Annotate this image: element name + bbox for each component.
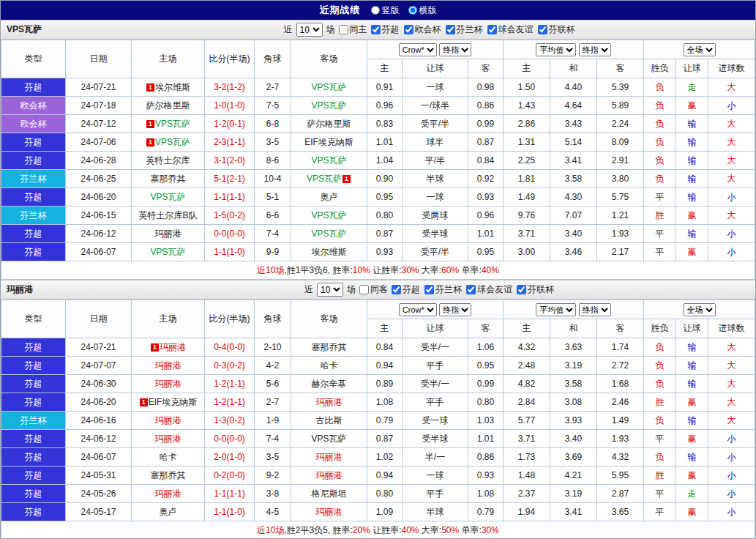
venue-checkbox[interactable] <box>359 285 369 294</box>
competition-checkbox[interactable] <box>538 25 547 34</box>
away-team-cell[interactable]: 玛丽港 <box>291 466 367 485</box>
home-team-cell[interactable]: 哈卡 <box>132 448 205 466</box>
away-team-cell[interactable]: 玛丽港 <box>291 503 367 521</box>
odds-stage-select[interactable]: 终指 <box>439 43 471 56</box>
home-team-cell[interactable]: 1VPS瓦萨 <box>132 133 205 152</box>
home-team-cell[interactable]: VPS瓦萨 <box>132 243 205 261</box>
competition-filter[interactable]: 芬超 <box>392 283 420 296</box>
match-row[interactable]: 芬超 24-06-07 VPS瓦萨 1-1(1-0) 9-9 埃尔维斯 0.93… <box>1 243 755 261</box>
match-row[interactable]: 芬超 24-07-07 玛丽港 0-3(0-2) 4-2 哈卡 0.94 平手 … <box>1 357 755 375</box>
competition-checkbox[interactable] <box>371 25 381 34</box>
home-team-cell[interactable]: 1埃尔维斯 <box>132 78 205 97</box>
away-team-cell[interactable]: 哈卡 <box>291 357 367 375</box>
away-team-cell[interactable]: 塞那乔其 <box>291 338 367 357</box>
match-row[interactable]: 芬超 24-05-17 奥卢 1-1(1-0) 4-5 玛丽港 1.09 半球 … <box>1 503 755 521</box>
home-team-cell[interactable]: 1EIF埃克纳斯 <box>132 393 205 412</box>
competition-filter[interactable]: 芬兰杯 <box>446 23 483 36</box>
home-team-cell[interactable]: 塞那乔其 <box>132 466 205 485</box>
away-team-cell[interactable]: VPS瓦萨 <box>291 207 367 225</box>
competition-checkbox[interactable] <box>446 25 455 34</box>
bookmaker-select[interactable]: Crow* <box>399 43 437 56</box>
match-row[interactable]: 芬超 24-05-26 玛丽港 1-1(1-1) 3-8 格尼斯坦 0.80 平… <box>1 485 755 503</box>
home-team-cell[interactable]: 玛丽港 <box>132 485 205 503</box>
avg-stage-select[interactable]: 终指 <box>579 303 611 316</box>
away-team-cell[interactable]: 奥卢 <box>291 188 367 207</box>
away-team-cell[interactable]: VPS瓦萨 <box>291 78 367 97</box>
competition-filter[interactable]: 球会友谊 <box>487 23 534 36</box>
match-row[interactable]: 欧会杯 24-07-12 1VPS瓦萨 1-2(0-1) 6-8 萨尔格里斯 0… <box>1 115 755 133</box>
match-row[interactable]: 芬超 24-06-12 玛丽港 0-0(0-0) 7-4 VPS瓦萨 0.87 … <box>1 225 755 243</box>
competition-checkbox[interactable] <box>466 285 476 294</box>
match-row[interactable]: 芬超 24-06-20 VPS瓦萨 1-1(1-1) 5-1 奥卢 0.95 一… <box>1 188 755 207</box>
venue-checkbox[interactable] <box>339 25 348 34</box>
competition-filter[interactable]: 球会友谊 <box>466 283 512 296</box>
match-row[interactable]: 芬超 24-06-12 玛丽港 0-0(0-0) 7-4 VPS瓦萨 0.87 … <box>1 430 755 448</box>
match-row[interactable]: 芬超 24-06-07 哈卡 2-0(1-0) 3-5 玛丽港 1.02 半/一… <box>1 448 755 466</box>
competition-filter[interactable]: 欧会杯 <box>404 23 441 36</box>
match-row[interactable]: 芬超 24-07-21 1玛丽港 0-4(0-0) 2-10 塞那乔其 0.84… <box>1 338 755 357</box>
home-team-cell[interactable]: 英特土尔库B队 <box>132 207 205 225</box>
home-team-cell[interactable]: 玛丽港 <box>132 375 205 393</box>
match-row[interactable]: 芬兰杯 24-06-15 英特土尔库B队 1-5(0-2) 6-6 VPS瓦萨 … <box>1 207 755 225</box>
home-team-cell[interactable]: 玛丽港 <box>132 225 205 243</box>
competition-checkbox[interactable] <box>517 285 526 294</box>
odds-stage-select[interactable]: 终指 <box>439 303 471 316</box>
away-team-cell[interactable]: 萨尔格里斯 <box>291 115 367 133</box>
match-row[interactable]: 芬超 24-06-30 玛丽港 1-2(1-1) 5-6 赫尔辛基 0.89 受… <box>1 375 755 393</box>
average-select[interactable]: 平均值 <box>536 303 576 316</box>
away-team-cell[interactable]: 玛丽港 <box>291 448 367 466</box>
match-row[interactable]: 芬超 24-06-28 英特土尔库 3-1(2-0) 8-6 VPS瓦萨 1.0… <box>1 152 755 170</box>
view-option[interactable]: 竖版 <box>371 4 400 17</box>
match-row[interactable]: 欧会杯 24-07-18 萨尔格里斯 1-0(1-0) 7-5 VPS瓦萨 0.… <box>1 97 755 115</box>
competition-checkbox[interactable] <box>424 285 434 294</box>
home-team-cell[interactable]: 奥卢 <box>132 503 205 521</box>
view-radio[interactable] <box>408 6 417 15</box>
away-team-cell[interactable]: VPS瓦萨 <box>291 430 367 448</box>
home-team-cell[interactable]: 1玛丽港 <box>132 338 205 357</box>
competition-filter[interactable]: 芬兰杯 <box>424 283 462 296</box>
focus-team-name: 玛丽港 <box>316 507 343 517</box>
match-row[interactable]: 芬兰杯 24-06-16 玛丽港 1-3(0-2) 1-9 古比斯 0.79 受… <box>1 412 755 430</box>
match-row[interactable]: 芬兰杯 24-06-25 塞那乔其 5-1(2-1) 10-4 VPS瓦萨1 0… <box>1 170 755 188</box>
competition-filter[interactable]: 芬联杯 <box>517 283 554 296</box>
competition-filter[interactable]: 芬超 <box>371 23 400 36</box>
away-team-cell[interactable]: 赫尔辛基 <box>291 375 367 393</box>
venue-filter[interactable]: 同客 <box>359 283 388 296</box>
home-team-cell[interactable]: 1VPS瓦萨 <box>132 115 205 133</box>
competition-checkbox[interactable] <box>404 25 413 34</box>
match-count-select[interactable]: 10 <box>317 283 343 297</box>
view-radio[interactable] <box>371 6 380 15</box>
match-row[interactable]: 芬超 24-07-21 1埃尔维斯 3-2(1-2) 2-7 VPS瓦萨 0.9… <box>1 78 755 97</box>
view-option[interactable]: 横版 <box>408 4 437 17</box>
away-team-cell[interactable]: 玛丽港 <box>291 393 367 412</box>
match-row[interactable]: 芬超 24-06-20 1EIF埃克纳斯 1-2(1-1) 2-7 玛丽港 1.… <box>1 393 755 412</box>
away-team-cell[interactable]: VPS瓦萨 <box>291 152 367 170</box>
competition-checkbox[interactable] <box>392 285 401 294</box>
scope-select[interactable]: 全场 <box>684 303 716 316</box>
competition-filter[interactable]: 芬联杯 <box>538 23 575 36</box>
home-team-cell[interactable]: 塞那乔其 <box>132 170 205 188</box>
match-row[interactable]: 芬超 24-07-06 1VPS瓦萨 2-3(1-1) 3-5 EIF埃克纳斯 … <box>1 133 755 152</box>
average-select[interactable]: 平均值 <box>536 43 576 56</box>
bookmaker-select[interactable]: Crow* <box>399 303 437 316</box>
home-team-cell[interactable]: 玛丽港 <box>132 412 205 430</box>
away-team-cell[interactable]: VPS瓦萨 <box>291 225 367 243</box>
home-team-cell[interactable]: 萨尔格里斯 <box>132 97 205 115</box>
avg-stage-select[interactable]: 终指 <box>579 43 611 56</box>
home-team-cell[interactable]: 英特土尔库 <box>132 152 205 170</box>
away-team-cell[interactable]: 古比斯 <box>291 412 367 430</box>
away-team-cell[interactable]: 埃尔维斯 <box>291 243 367 261</box>
team-name-text: 古比斯 <box>316 415 343 425</box>
away-team-cell[interactable]: VPS瓦萨 <box>291 97 367 115</box>
match-count-select[interactable]: 10 <box>296 23 323 37</box>
away-team-cell[interactable]: VPS瓦萨1 <box>291 170 367 188</box>
away-team-cell[interactable]: EIF埃克纳斯 <box>291 133 367 152</box>
home-team-cell[interactable]: 玛丽港 <box>132 430 205 448</box>
away-team-cell[interactable]: 格尼斯坦 <box>291 485 367 503</box>
scope-select[interactable]: 全场 <box>684 43 716 56</box>
home-team-cell[interactable]: 玛丽港 <box>132 357 205 375</box>
venue-filter[interactable]: 同主 <box>339 23 367 36</box>
competition-checkbox[interactable] <box>487 25 497 34</box>
home-team-cell[interactable]: VPS瓦萨 <box>132 188 205 207</box>
match-row[interactable]: 芬超 24-05-31 塞那乔其 0-2(0-0) 9-2 玛丽港 0.94 一… <box>1 466 755 485</box>
